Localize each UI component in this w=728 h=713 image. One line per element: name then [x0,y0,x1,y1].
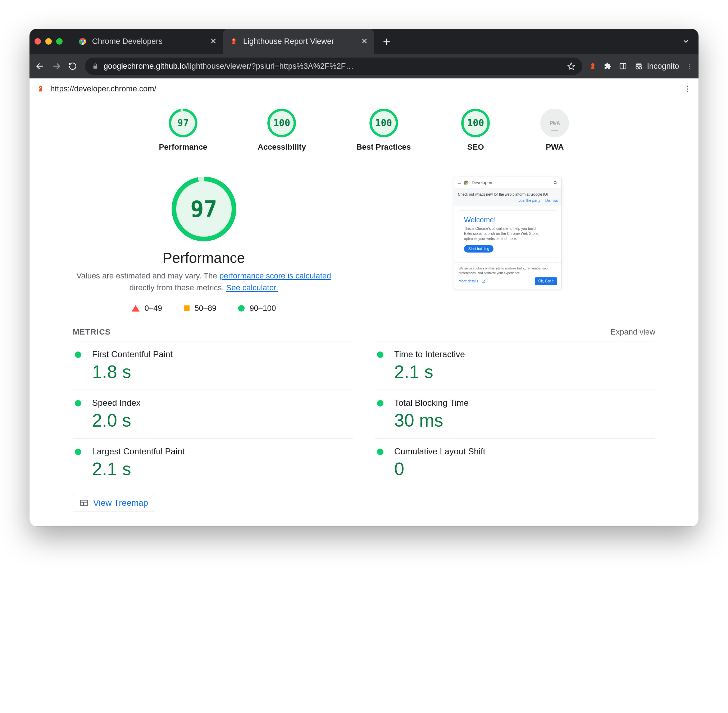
metric-value: 30 ms [394,410,653,431]
svg-point-8 [636,67,638,69]
pwa-dash-icon [551,130,558,131]
performance-description: Values are estimated and may vary. The p… [73,270,335,294]
close-window-button[interactable] [34,38,41,45]
legend-pass: 90–100 [238,304,276,313]
back-button[interactable] [35,61,45,71]
score-legend: 0–49 50–89 90–100 [132,304,276,313]
square-icon [184,306,189,311]
svg-point-9 [639,67,641,69]
metric-time-to-interactive: Time to Interactive 2.1 s [375,341,655,389]
incognito-indicator[interactable]: Incognito [634,61,679,71]
view-treemap-button[interactable]: View Treemap [73,494,155,512]
toolbar-icons: Incognito ⋮ [589,61,693,71]
lighthouse-extension-icon[interactable] [589,62,597,70]
score-best-practices[interactable]: 100 Best Practices [357,109,411,152]
maximize-window-button[interactable] [56,38,63,45]
url-domain: googlechrome.github.io [104,61,186,70]
svg-rect-10 [40,87,41,88]
address-bar[interactable]: googlechrome.github.io/lighthouse/viewer… [85,58,582,75]
thumbnail-cookie-banner: We serve cookies on this site to analyze… [454,262,561,289]
titlebar: Chrome Developers ✕ Lighthouse Report Vi… [30,29,698,54]
link-score-calculation[interactable]: performance score is calculated [219,271,331,280]
thumbnail-io-join: Join the party [519,198,540,203]
performance-section: 97 Performance Values are estimated and … [30,162,698,316]
thumbnail-brand: Developers [471,180,494,185]
metric-total-blocking-time: Total Blocking Time 30 ms [375,389,655,438]
svg-point-13 [554,181,556,184]
svg-marker-5 [568,63,574,69]
link-see-calculator[interactable]: See calculator. [226,283,278,292]
svg-rect-15 [81,500,88,506]
circle-icon [377,352,383,358]
metric-value: 0 [394,459,653,480]
new-tab-button[interactable]: ＋ [374,29,399,54]
screenshot-preview: ≡ Developers Check out what's new for th… [360,177,655,313]
metric-first-contentful-paint: First Contentful Paint 1.8 s [73,341,353,389]
thumbnail-cookie-more: More details [459,279,478,284]
score-seo[interactable]: 100 SEO [461,109,490,152]
performance-score: 97 [190,196,217,222]
score-performance[interactable]: 97 Performance [159,109,207,152]
svg-rect-2 [233,40,234,41]
external-link-icon [482,279,485,283]
metrics-heading: Metrics [73,327,111,337]
report-target-url: https://developer.chrome.com/ [50,84,157,94]
report-url-bar: https://developer.chrome.com/ ⋮ [30,78,698,99]
forward-button[interactable] [52,61,62,71]
hamburger-icon: ≡ [458,180,461,186]
lock-icon [92,63,98,69]
minimize-window-button[interactable] [45,38,52,45]
metric-value: 2.1 s [394,361,653,382]
tab-lighthouse-report-viewer[interactable]: Lighthouse Report Viewer ✕ [223,29,374,54]
browser-menu-button[interactable]: ⋮ [686,63,693,70]
side-panel-icon[interactable] [619,62,627,70]
metric-value: 2.1 s [92,459,351,480]
search-icon [553,180,558,185]
score-pwa[interactable]: PWA PWA [540,109,569,152]
circle-icon [75,352,81,358]
thumbnail-welcome-card: Welcome! This is Chrome's official site … [459,210,557,258]
window-controls [34,38,63,45]
legend-average: 50–89 [184,304,216,313]
gauge-best-practices: 100 [369,109,398,137]
expand-view-button[interactable]: Expand view [610,327,655,337]
gauge-seo: 100 [461,109,490,137]
report-menu-button[interactable]: ⋮ [683,84,691,94]
metrics-grid: First Contentful Paint 1.8 s Time to Int… [73,341,655,487]
tab-chrome-developers[interactable]: Chrome Developers ✕ [72,29,223,54]
incognito-label: Incognito [647,61,679,71]
score-label: Accessibility [258,142,306,152]
reload-button[interactable] [68,62,78,70]
metric-cumulative-layout-shift: Cumulative Layout Shift 0 [375,438,655,487]
svg-rect-6 [620,64,626,69]
star-icon[interactable] [567,62,575,70]
lighthouse-icon [37,85,45,93]
url-path: /lighthouse/viewer/?psiurl=https%3A%2F%2… [186,61,354,70]
extensions-icon[interactable] [604,62,612,70]
score-label: Best Practices [357,142,411,152]
score-label: PWA [546,142,564,152]
circle-icon [238,305,245,312]
tab-title: Lighthouse Report Viewer [243,37,334,46]
gauge-accessibility: 100 [267,109,296,137]
tab-title: Chrome Developers [92,37,163,46]
site-thumbnail: ≡ Developers Check out what's new for th… [454,177,562,289]
performance-title: Performance [163,250,245,266]
score-accessibility[interactable]: 100 Accessibility [258,109,306,152]
score-label: Performance [159,142,207,152]
circle-icon [377,400,383,407]
tabs-overflow-button[interactable] [678,37,694,45]
close-tab-icon[interactable]: ✕ [361,37,368,46]
metrics-section: Metrics Expand view First Contentful Pai… [30,316,698,526]
browser-window: Chrome Developers ✕ Lighthouse Report Vi… [30,29,698,526]
circle-icon [75,449,81,455]
gauge-performance-large: 97 [172,177,236,242]
score-strip: 97 Performance 100 Accessibility 100 Bes… [30,99,698,162]
close-tab-icon[interactable]: ✕ [210,37,216,46]
thumbnail-io-dismiss: Dismiss [545,198,558,203]
chrome-icon [78,37,87,46]
metric-largest-contentful-paint: Largest Contentful Paint 2.1 s [73,438,353,487]
url-text: googlechrome.github.io/lighthouse/viewer… [104,61,562,71]
thumbnail-start-button: Start building [464,245,494,252]
treemap-icon [79,498,89,507]
